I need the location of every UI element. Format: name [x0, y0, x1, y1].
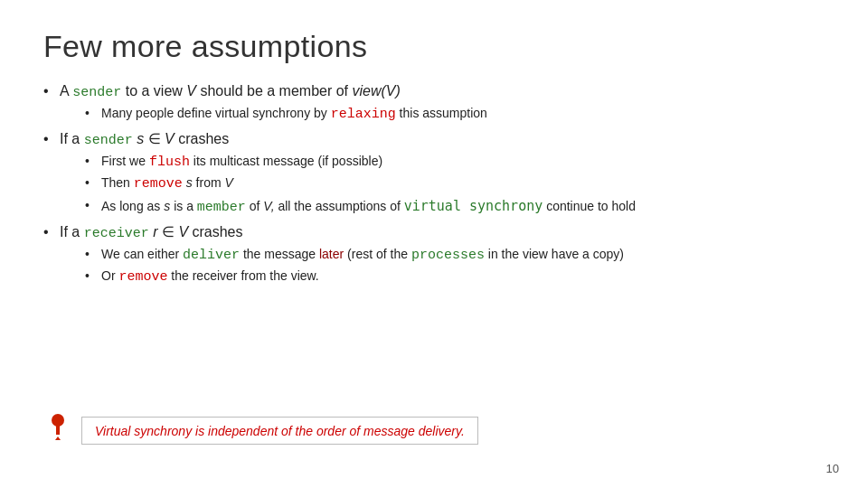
bullet2-subs: First we flush its multicast message (if…	[85, 152, 825, 219]
flush-highlight: flush	[149, 155, 190, 170]
bullet3-text: If a receiver r ∈ V crashes	[60, 224, 243, 239]
note-text: Virtual synchrony is independent of the …	[95, 424, 465, 438]
sender-highlight-2: sender	[84, 133, 133, 148]
pin-icon	[43, 413, 72, 442]
bullet1-text: A sender to a view V should be a member …	[60, 83, 401, 99]
deliver-highlight: deliver	[183, 248, 240, 263]
slide-title: Few more assumptions	[43, 29, 825, 64]
note-content-box: Virtual synchrony is independent of the …	[81, 417, 478, 445]
sender-highlight-1: sender	[72, 85, 121, 100]
bullet2-sub3: As long as s is a member of V, all the a…	[85, 196, 825, 219]
bullet2-sub2: Then remove s from V	[85, 174, 825, 195]
bullet3-sub1: We can either deliver the message later …	[85, 245, 825, 267]
bullet-3: If a receiver r ∈ V crashes We can eithe…	[43, 221, 825, 288]
bullet3-sub2: Or remove the receiver from the view.	[85, 267, 825, 288]
svg-point-0	[52, 414, 64, 427]
bullet-1: A sender to a view V should be a member …	[43, 80, 825, 125]
bullet-2: If a sender s ∈ V crashes First we flush…	[43, 128, 825, 218]
bullet2-text: If a sender s ∈ V crashes	[60, 131, 229, 146]
processes-highlight: processes	[411, 248, 485, 263]
page-number: 10	[826, 462, 839, 475]
later-highlight: later	[319, 247, 344, 261]
bullet2-sub1: First we flush its multicast message (if…	[85, 152, 825, 174]
bullet3-subs: We can either deliver the message later …	[85, 245, 825, 288]
bullet1-sub1: Many people define virtual synchrony by …	[85, 104, 825, 126]
svg-marker-2	[55, 436, 61, 440]
relaxing-highlight: relaxing	[331, 107, 396, 122]
remove-highlight-2: remove	[118, 269, 167, 285]
svg-rect-1	[56, 426, 60, 435]
bullet1-subs: Many people define virtual synchrony by …	[85, 104, 825, 126]
content-area: A sender to a view V should be a member …	[43, 80, 825, 288]
slide: Few more assumptions A sender to a view …	[0, 0, 868, 488]
virtual-synchrony-highlight-1: virtual synchrony	[404, 198, 543, 214]
member-highlight: member	[197, 200, 246, 215]
note-box: Virtual synchrony is independent of the …	[43, 417, 478, 445]
remove-highlight-1: remove	[134, 176, 183, 192]
receiver-highlight: receiver	[84, 226, 149, 241]
